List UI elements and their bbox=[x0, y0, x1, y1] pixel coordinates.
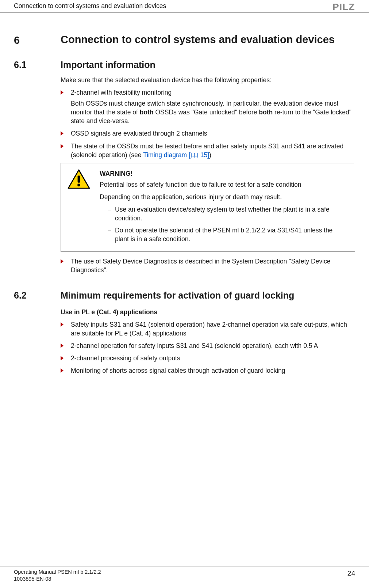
footer-doc-title: Operating Manual PSEN ml b 2.1/2.2 bbox=[14, 569, 101, 576]
bold: both bbox=[259, 109, 273, 116]
page-footer: Operating Manual PSEN ml b 2.1/2.2 10038… bbox=[0, 566, 369, 583]
section-title: Important information bbox=[61, 58, 355, 71]
text: Do not operate the solenoid of the PSEN … bbox=[115, 227, 333, 243]
text: Use an evaluation device/safety system t… bbox=[115, 206, 330, 222]
warning-list: Use an evaluation device/safety system t… bbox=[108, 205, 348, 243]
warning-box: WARNING! Potential loss of safety functi… bbox=[61, 163, 355, 252]
text: The use of Safety Device Diagnostics is … bbox=[71, 258, 330, 274]
follow-text: Both OSSDs must change switch state sync… bbox=[71, 99, 355, 125]
list-item: The use of Safety Device Diagnostics is … bbox=[61, 257, 355, 274]
list-item: Safety inputs S31 and S41 (solenoid oper… bbox=[61, 320, 355, 338]
list-item: Do not operate the solenoid of the PSEN … bbox=[108, 226, 348, 243]
warning-body: WARNING! Potential loss of safety functi… bbox=[100, 169, 348, 246]
footer-left: Operating Manual PSEN ml b 2.1/2.2 10038… bbox=[14, 569, 101, 583]
text: ) bbox=[209, 151, 211, 159]
warning-p1: Potential loss of safety function due to… bbox=[100, 180, 348, 189]
lead-text: OSSD signals are evaluated through 2 cha… bbox=[71, 130, 207, 137]
section-6-2-heading-row: 6.2 Minimum requirements for activation … bbox=[14, 289, 355, 306]
section-6-1-heading-row: 6.1 Important information bbox=[14, 58, 355, 76]
bullet-list: Safety inputs S31 and S41 (solenoid oper… bbox=[61, 320, 355, 375]
intro-text: Make sure that the selected evaluation d… bbox=[61, 76, 355, 84]
svg-rect-1 bbox=[78, 175, 80, 182]
text: 2-channel processing of safety outputs bbox=[71, 354, 180, 362]
list-item: 2-channel processing of safety outputs bbox=[61, 354, 355, 363]
page-number: 24 bbox=[347, 569, 355, 578]
bullet-list: The use of Safety Device Diagnostics is … bbox=[61, 257, 355, 274]
svg-point-2 bbox=[77, 183, 80, 186]
page-content: 6 Connection to control systems and eval… bbox=[0, 33, 369, 379]
brand-logo: PILZ bbox=[333, 1, 355, 13]
warning-p2: Depending on the application, serious in… bbox=[100, 193, 348, 201]
bold: both bbox=[140, 109, 154, 116]
cross-reference-link[interactable]: Timing diagram [ 15] bbox=[143, 151, 209, 159]
text: Monitoring of shorts across signal cable… bbox=[71, 367, 285, 374]
section-6-2-body: Use in PL e (Cat. 4) applications Safety… bbox=[14, 306, 355, 379]
bullet-list: 2-channel with feasibility monitoring Bo… bbox=[61, 88, 355, 159]
list-item: 2-channel operation for safety inputs S3… bbox=[61, 341, 355, 350]
warning-title: WARNING! bbox=[100, 169, 348, 178]
section-number: 6 bbox=[14, 34, 20, 46]
list-item: 2-channel with feasibility monitoring Bo… bbox=[61, 88, 355, 126]
section-title: Minimum requirements for activation of g… bbox=[61, 289, 355, 302]
warning-icon bbox=[68, 169, 90, 190]
running-title: Connection to control systems and evalua… bbox=[14, 1, 166, 10]
text: Safety inputs S31 and S41 (solenoid oper… bbox=[71, 321, 347, 337]
list-item: The state of the OSSDs must be tested be… bbox=[61, 142, 355, 159]
link-text: Timing diagram [ bbox=[143, 151, 191, 159]
link-page: 15] bbox=[199, 151, 209, 159]
sub-heading: Use in PL e (Cat. 4) applications bbox=[61, 308, 355, 316]
text: OSSDs was "Gate unlocked" before bbox=[154, 109, 259, 116]
list-item: Use an evaluation device/safety system t… bbox=[108, 205, 348, 223]
text: 2-channel operation for safety inputs S3… bbox=[71, 342, 318, 349]
section-number: 6.2 bbox=[14, 290, 27, 300]
section-number: 6.1 bbox=[14, 60, 27, 70]
page-header: Connection to control systems and evalua… bbox=[0, 0, 369, 13]
book-icon bbox=[191, 153, 198, 158]
list-item: Monitoring of shorts across signal cable… bbox=[61, 366, 355, 375]
section-title: Connection to control systems and evalua… bbox=[61, 33, 355, 46]
footer-doc-id: 1003895-EN-08 bbox=[14, 576, 101, 583]
list-item: OSSD signals are evaluated through 2 cha… bbox=[61, 129, 355, 138]
section-6-heading-row: 6 Connection to control systems and eval… bbox=[14, 33, 355, 58]
section-6-1-body: Make sure that the selected evaluation d… bbox=[14, 76, 355, 278]
lead-text: 2-channel with feasibility monitoring bbox=[71, 88, 355, 97]
warning-icon-col bbox=[68, 169, 93, 246]
